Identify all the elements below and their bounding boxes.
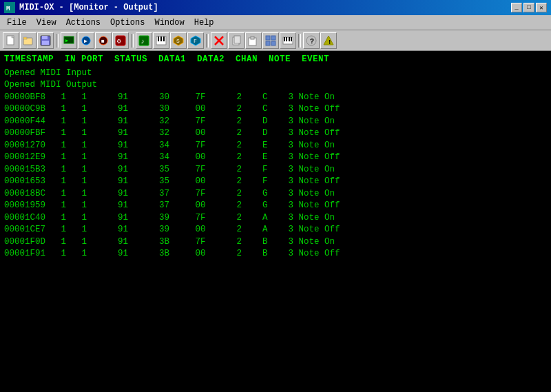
- svg-rect-22: [163, 37, 165, 41]
- table-row: 00000C9B 1 1 91 30 00 2 C 3 Note Off: [4, 103, 547, 116]
- menu-help[interactable]: Help: [190, 17, 218, 29]
- delete-btn[interactable]: [211, 32, 227, 49]
- svg-text:?: ?: [310, 38, 314, 45]
- menu-file[interactable]: File: [3, 17, 31, 29]
- sep2: [131, 34, 134, 48]
- help-button[interactable]: ?: [303, 32, 320, 49]
- new-button[interactable]: [3, 32, 19, 49]
- minimize-button[interactable]: _: [511, 3, 522, 12]
- svg-rect-20: [158, 37, 159, 41]
- menu-bar: File View Actions Options Window Help: [0, 15, 551, 30]
- piano-btn[interactable]: [153, 32, 169, 49]
- data-rows-container: 00000BF8 1 1 91 30 7F 2 C 3 Note On00000…: [4, 92, 547, 260]
- svg-rect-39: [286, 37, 287, 41]
- table-row: 000018BC 1 1 91 37 7F 2 G 3 Note On: [4, 188, 547, 200]
- svg-rect-33: [266, 36, 270, 40]
- sep4: [298, 34, 301, 48]
- paste-btn[interactable]: [245, 32, 262, 49]
- menu-window[interactable]: Window: [150, 17, 188, 29]
- save-button[interactable]: [37, 32, 54, 49]
- init-line-2: Opened MIDI Output: [4, 79, 547, 92]
- column-header: TIMESTAMP IN PORT STATUS DATA1 DATA2 CHA…: [4, 54, 547, 66]
- svg-text:■: ■: [101, 38, 105, 44]
- svg-rect-30: [234, 36, 240, 43]
- svg-text:▶: ▶: [84, 38, 87, 44]
- svg-rect-21: [160, 37, 162, 41]
- table-row: 00001CE7 1 1 91 39 00 2 A 3 Note Off: [4, 224, 547, 236]
- window-controls[interactable]: _ □ ✕: [511, 3, 547, 12]
- sep3: [206, 34, 209, 48]
- table-row: 00001C40 1 1 91 39 7F 2 A 3 Note On: [4, 212, 547, 225]
- grid-btn[interactable]: [262, 32, 279, 49]
- table-row: 00001959 1 1 91 37 00 2 G 3 Note Off: [4, 200, 547, 212]
- close-button[interactable]: ✕: [536, 3, 547, 12]
- svg-rect-32: [251, 37, 254, 39]
- monitor-output: TIMESTAMP IN PORT STATUS DATA1 DATA2 CHA…: [0, 51, 551, 392]
- piano2-btn[interactable]: [280, 32, 296, 49]
- table-row: 000015B3 1 1 91 35 7F 2 F 3 Note On: [4, 164, 547, 176]
- svg-rect-41: [291, 37, 292, 41]
- copy-btn[interactable]: [228, 32, 245, 49]
- svg-text:S: S: [176, 38, 180, 44]
- sep1: [56, 34, 59, 48]
- window-title: MIDI-OX - [Monitor - Output]: [19, 3, 507, 12]
- svg-rect-36: [271, 41, 276, 45]
- menu-actions[interactable]: Actions: [62, 17, 105, 29]
- svg-rect-38: [284, 37, 285, 41]
- svg-rect-40: [289, 37, 290, 41]
- filter-btn[interactable]: F: [187, 32, 204, 49]
- note-btn[interactable]: ♪: [136, 32, 152, 49]
- svg-text:⚙: ⚙: [116, 38, 121, 45]
- table-row: 00001F0D 1 1 91 3B 7F 2 B 3 Note On: [4, 236, 547, 249]
- table-row: 00001F91 1 1 91 3B 00 2 B 3 Note Off: [4, 248, 547, 260]
- svg-rect-34: [271, 36, 276, 40]
- open-button[interactable]: [20, 32, 37, 49]
- table-row: 00001653 1 1 91 35 00 2 F 3 Note Off: [4, 176, 547, 188]
- midi-in-btn[interactable]: ▶: [78, 32, 94, 49]
- menu-view[interactable]: View: [32, 17, 61, 29]
- midi-out-btn[interactable]: ■: [95, 32, 112, 49]
- menu-options[interactable]: Options: [106, 17, 149, 29]
- toolbar: ▶ ▶ ■ ⚙ ♪: [0, 30, 551, 51]
- svg-text:!: !: [328, 39, 331, 46]
- title-bar: M MIDI-OX - [Monitor - Output] _ □ ✕: [0, 0, 551, 15]
- table-row: 00000BF8 1 1 91 30 7F 2 C 3 Note On: [4, 92, 547, 104]
- options-btn[interactable]: ⚙: [112, 32, 129, 49]
- maximize-button[interactable]: □: [523, 3, 534, 12]
- svg-text:F: F: [194, 38, 197, 44]
- svg-rect-7: [42, 36, 48, 39]
- info-button[interactable]: !: [320, 32, 337, 49]
- svg-text:M: M: [6, 6, 10, 12]
- svg-rect-5: [23, 37, 27, 39]
- app-icon: M: [4, 2, 15, 13]
- table-row: 00000FBF 1 1 91 32 00 2 D 3 Note Off: [4, 127, 547, 140]
- init-line-1: Opened MIDI Input: [4, 68, 547, 80]
- table-row: 00000F44 1 1 91 32 7F 2 D 3 Note On: [4, 116, 547, 128]
- svg-text:♪: ♪: [141, 38, 145, 45]
- midi-monitor-btn[interactable]: ▶: [61, 32, 77, 49]
- sysex-btn[interactable]: S: [170, 32, 187, 49]
- table-row: 00001270 1 1 91 34 7F 2 E 3 Note On: [4, 140, 547, 152]
- table-row: 000012E9 1 1 91 34 00 2 E 3 Note Off: [4, 152, 547, 164]
- svg-rect-8: [42, 41, 49, 45]
- svg-rect-35: [266, 41, 270, 45]
